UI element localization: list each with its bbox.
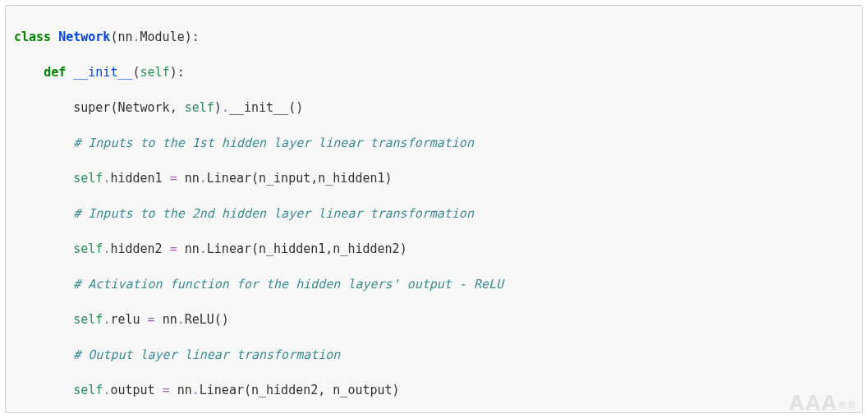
code-line: self.relu = nn.ReLU() (14, 311, 854, 329)
code-line: super(Network, self).__init__() (14, 99, 854, 117)
comment: # Inputs to the 1st hidden layer linear … (73, 136, 474, 150)
code-line: # Inputs to the 1st hidden layer linear … (14, 135, 854, 153)
watermark-sub: 教育 (838, 400, 857, 410)
code-line: # Activation function for the hidden lay… (14, 276, 854, 294)
code-line: def __init__(self): (14, 64, 854, 82)
code-line: class Network(nn.Module): (14, 29, 854, 47)
code-line: # Output layer linear transformation (14, 347, 854, 365)
class-name: Network (58, 30, 110, 44)
comment: # Activation function for the hidden lay… (73, 277, 503, 292)
code-line: self.hidden2 = nn.Linear(n_hidden1,n_hid… (14, 241, 854, 259)
method-init: __init__ (73, 65, 132, 80)
code-block: class Network(nn.Module): def __init__(s… (5, 5, 863, 413)
comment: # Output layer linear transformation (73, 347, 340, 362)
code-line: self.hidden1 = nn.Linear(n_input,n_hidde… (14, 170, 854, 188)
keyword-class: class (14, 30, 51, 44)
self-param: self (140, 65, 170, 80)
code-line: # Inputs to the 2nd hidden layer linear … (14, 205, 854, 223)
keyword-def: def (44, 65, 66, 80)
comment: # Inputs to the 2nd hidden layer linear … (73, 206, 474, 221)
code-line: self.output = nn.Linear(n_hidden2, n_out… (14, 382, 854, 400)
